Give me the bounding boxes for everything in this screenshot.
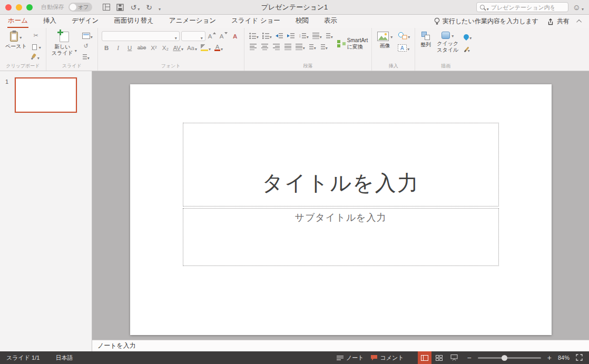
search-box[interactable] (476, 2, 568, 12)
subtitle-placeholder[interactable]: サブタイトルを入力 (183, 208, 499, 266)
zoom-in-button[interactable]: + (547, 354, 552, 361)
cut-button[interactable]: ✂ (31, 31, 41, 40)
shape-fill-button[interactable] (463, 32, 473, 41)
align-left-icon (250, 43, 257, 50)
columns-button[interactable] (311, 31, 323, 40)
insert-picture-button[interactable]: 画像 (376, 31, 394, 50)
slide-canvas[interactable]: タイトルを入力 サブタイトルを入力 (130, 84, 552, 335)
clipboard-group-label: クリップボード (0, 63, 46, 70)
normal-view-button[interactable] (418, 351, 431, 364)
title-placeholder[interactable]: タイトルを入力 (183, 123, 499, 206)
italic-button[interactable]: I (113, 43, 123, 52)
close-window-button[interactable] (5, 4, 12, 11)
textbox-dropdown-icon (407, 45, 409, 52)
collapse-ribbon-icon[interactable] (576, 19, 582, 25)
smartart-convert-button[interactable]: SmartArt に変換 (337, 37, 368, 50)
copy-button[interactable] (31, 42, 42, 51)
distribute-text-button[interactable] (294, 42, 306, 51)
tab-transitions[interactable]: 画面切り替え (113, 15, 154, 28)
font-color-button[interactable]: A (213, 43, 224, 52)
autosave-toggle[interactable]: オフ (68, 3, 92, 12)
share-button[interactable]: 共有 (547, 17, 570, 26)
decrease-indent-button[interactable] (274, 31, 284, 40)
format-painter-button[interactable] (31, 52, 41, 61)
arrange-icon (421, 32, 430, 40)
text-highlight-button[interactable] (200, 43, 212, 52)
language-indicator[interactable]: 日本語 (55, 354, 73, 362)
tab-insert[interactable]: 挿入 (43, 15, 57, 28)
new-slide-label: 新しい スライド (52, 44, 73, 56)
tell-me-button[interactable]: 実行したい作業内容を入力します (434, 17, 538, 26)
underline-icon: U (127, 45, 132, 51)
align-text-button[interactable] (319, 42, 329, 51)
superscript-button[interactable]: X² (149, 43, 159, 52)
shape-outline-button[interactable] (463, 45, 473, 54)
line-spacing-button[interactable]: ↕ (298, 31, 310, 40)
undo-button[interactable]: ↺ (130, 3, 140, 12)
zoom-percentage[interactable]: 84% (558, 355, 570, 361)
fullscreen-window-button[interactable] (26, 4, 33, 11)
font-name-combo[interactable] (102, 31, 180, 41)
toolbar-options-button[interactable] (159, 3, 161, 12)
justify-button[interactable] (283, 42, 293, 51)
text-direction-button[interactable] (325, 31, 335, 40)
subscript-button[interactable]: X₂ (160, 43, 170, 52)
zoom-slider[interactable] (478, 357, 541, 359)
search-scope-dropdown-icon[interactable] (487, 3, 489, 13)
slideshow-icon (450, 355, 458, 361)
search-input[interactable] (491, 4, 554, 11)
character-spacing-button[interactable]: AV (172, 43, 184, 52)
tab-review[interactable]: 校閲 (295, 15, 309, 28)
strikethrough-button[interactable]: abe (136, 43, 148, 52)
picture-icon (377, 32, 389, 41)
paste-button[interactable]: ペースト (4, 31, 28, 50)
change-case-button[interactable]: Aa (186, 43, 198, 52)
shrink-font-button[interactable]: A (219, 32, 229, 41)
arrange-button[interactable]: 整列 (419, 31, 433, 48)
zoom-slider-knob[interactable] (502, 355, 507, 361)
bold-button[interactable]: B (102, 43, 112, 52)
save-button[interactable] (116, 4, 124, 11)
slide-sorter-view-button[interactable] (433, 351, 446, 364)
slide-thumbnail[interactable] (15, 77, 77, 113)
slide-layout-button[interactable] (81, 31, 94, 40)
new-slide-button[interactable]: 新しい スライド (50, 31, 78, 56)
tab-design[interactable]: デザイン (71, 15, 99, 28)
reset-slide-button[interactable]: ↺ (81, 42, 91, 51)
slideshow-view-button[interactable] (447, 351, 461, 364)
grow-font-button[interactable]: A (207, 32, 217, 41)
tab-slideshow[interactable]: スライド ショー (231, 15, 281, 28)
notes-toggle-button[interactable]: ノート (337, 354, 364, 362)
redo-button[interactable]: ↻ (146, 3, 152, 12)
new-from-template-button[interactable] (103, 4, 110, 11)
slide-thumbnail-panel: 1 (0, 71, 92, 351)
quick-styles-button[interactable]: クイック スタイル (435, 31, 460, 53)
section-button[interactable] (81, 52, 91, 61)
insert-group-label: 挿入 (372, 63, 415, 70)
tab-home[interactable]: ホーム (7, 15, 28, 28)
tab-view[interactable]: 表示 (323, 15, 338, 28)
tab-animations[interactable]: アニメーション (169, 15, 217, 28)
clear-formatting-button[interactable]: A (230, 32, 240, 41)
align-right-button[interactable] (271, 42, 281, 51)
notes-pane[interactable]: ノートを入力 (92, 340, 589, 351)
bullets-button[interactable] (248, 31, 260, 40)
underline-button[interactable]: U (125, 43, 135, 52)
align-text-icon (321, 43, 325, 50)
align-left-button[interactable] (248, 42, 258, 51)
font-size-combo[interactable] (181, 31, 205, 41)
numbering-button[interactable] (261, 31, 273, 40)
align-center-button[interactable] (260, 42, 270, 51)
zoom-out-button[interactable]: − (467, 354, 472, 361)
smartart-label: SmartArt に変換 (347, 37, 368, 50)
highlighter-icon (201, 44, 208, 51)
fit-slide-button[interactable] (576, 354, 583, 362)
insert-shapes-button[interactable] (397, 31, 411, 40)
comments-toggle-button[interactable]: コメント (370, 354, 404, 362)
insert-textbox-button[interactable]: A (397, 43, 410, 52)
indent-right-arrow-icon (287, 34, 290, 37)
increase-indent-button[interactable] (286, 31, 296, 40)
vertical-text-button[interactable] (308, 42, 318, 51)
feedback-button[interactable]: ☺ (573, 3, 584, 12)
minimize-window-button[interactable] (16, 4, 22, 11)
